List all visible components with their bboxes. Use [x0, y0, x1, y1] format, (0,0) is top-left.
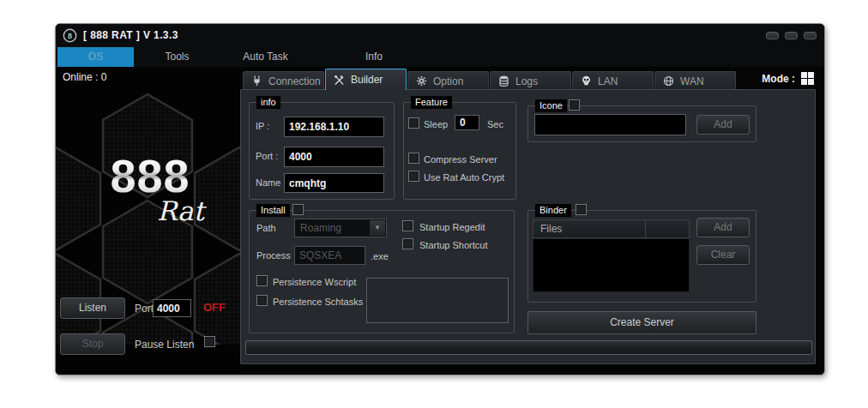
menu-item-os[interactable]: OS: [57, 47, 134, 67]
install-group-title: Install: [256, 204, 290, 217]
builder-panel: info IP : Port : Name : Feature Sleep Se…: [240, 89, 816, 364]
windows-icon[interactable]: [801, 72, 814, 85]
listen-status-badge: OFF: [203, 301, 226, 314]
globe-icon: [663, 75, 674, 87]
install-enable-checkbox[interactable]: [292, 204, 304, 215]
build-progress-bar: [245, 340, 812, 355]
install-info-box: [366, 278, 509, 323]
logo-rat: Rat: [157, 195, 204, 226]
online-count-label: Online : 0: [63, 71, 106, 83]
icon-path-input[interactable]: [534, 114, 686, 135]
ip-input[interactable]: [284, 117, 384, 137]
binder-group: Binder Files Add Clear: [527, 210, 756, 303]
startup-regedit-checkbox[interactable]: [402, 220, 413, 231]
left-panel: Online : 0: [56, 67, 240, 375]
tab-option[interactable]: Option: [407, 71, 489, 90]
tab-label: Builder: [351, 74, 383, 86]
binder-clear-button[interactable]: Clear: [696, 245, 750, 265]
sleep-seconds-input[interactable]: [455, 115, 479, 130]
listen-port-input[interactable]: [153, 299, 191, 317]
persistence-schtasks-checkbox[interactable]: [256, 295, 268, 306]
port-label: Port: [135, 303, 154, 315]
auto-crypt-checkbox[interactable]: [408, 171, 419, 182]
chevron-down-icon[interactable]: ▼: [370, 220, 385, 236]
binder-files-list[interactable]: [533, 238, 690, 292]
menu-bar: OS Tools Auto Task Info: [56, 47, 824, 67]
window-title: [ 888 RAT ] V 1.3.3: [83, 29, 178, 41]
close-button[interactable]: [804, 32, 817, 39]
menu-item-tools[interactable]: Tools: [134, 47, 220, 67]
plug-icon: [251, 75, 262, 87]
create-server-button[interactable]: Create Server: [527, 311, 756, 334]
screenshot-canvas: 8 [ 888 RAT ] V 1.3.3 OS Tools Auto Task…: [0, 0, 868, 408]
binder-files-header: Files: [533, 219, 690, 238]
skull-icon: [581, 75, 592, 87]
port-input[interactable]: [284, 147, 384, 167]
binder-add-button[interactable]: Add: [696, 218, 750, 237]
listen-button[interactable]: Listen: [60, 297, 125, 319]
persistence-wscript-checkbox[interactable]: [256, 275, 268, 286]
tab-label: Option: [433, 75, 463, 87]
logo-888: 888: [90, 153, 210, 199]
tab-logs[interactable]: Logs: [490, 71, 571, 90]
icone-group-title: Icone: [535, 99, 567, 112]
info-group: info IP : Port : Name :: [249, 102, 395, 200]
process-label: Process: [256, 250, 291, 261]
feature-group-title: Feature: [411, 96, 452, 109]
startup-shortcut-checkbox[interactable]: [402, 238, 413, 249]
icone-group: Icone Add: [527, 105, 756, 142]
mode-selector: Mode :: [762, 72, 814, 85]
database-icon: [498, 75, 509, 87]
tab-builder[interactable]: Builder: [325, 69, 407, 90]
feature-group: Feature Sleep Sec Compress Server Use Ra…: [403, 102, 516, 200]
tab-label: Logs: [515, 75, 538, 87]
menu-item-auto-task[interactable]: Auto Task: [220, 47, 310, 67]
icone-enable-checkbox[interactable]: [569, 99, 580, 111]
install-path-value: Roaming: [300, 222, 341, 234]
sleep-unit-label: Sec: [487, 119, 503, 129]
tab-lan[interactable]: LAN: [572, 71, 654, 90]
persistence-schtasks-label: Persistence Schtasks: [273, 297, 363, 307]
sleep-checkbox[interactable]: [408, 117, 419, 129]
install-group: Install Path Roaming ▼ Process .exe Star…: [249, 210, 515, 333]
name-input[interactable]: [284, 173, 384, 193]
window-controls: [766, 32, 817, 39]
port-label: Port :: [256, 151, 278, 161]
maximize-button[interactable]: [785, 32, 798, 39]
persistence-wscript-label: Persistence Wscript: [273, 277, 356, 287]
process-ext-label: .exe: [371, 251, 389, 261]
path-label: Path: [256, 223, 276, 233]
install-path-dropdown[interactable]: Roaming ▼: [294, 219, 387, 237]
svg-text:8: 8: [68, 32, 72, 40]
app-icon: 8: [63, 28, 77, 43]
mode-label: Mode :: [762, 73, 795, 85]
gear-icon: [416, 75, 427, 87]
tab-wan[interactable]: WAN: [654, 71, 736, 90]
menu-item-info[interactable]: Info: [310, 47, 437, 67]
stop-button[interactable]: Stop: [60, 333, 125, 355]
startup-shortcut-label: Startup Shortcut: [419, 240, 488, 250]
main-content: Online : 0: [56, 67, 824, 375]
title-bar: 8 [ 888 RAT ] V 1.3.3: [56, 24, 824, 47]
icon-add-button[interactable]: Add: [696, 115, 750, 135]
app-window: 8 [ 888 RAT ] V 1.3.3 OS Tools Auto Task…: [55, 23, 825, 375]
tab-label: WAN: [680, 75, 704, 87]
tab-label: Connection: [268, 75, 321, 87]
binder-enable-checkbox[interactable]: [576, 204, 587, 215]
tab-connection[interactable]: Connection: [243, 71, 324, 90]
minimize-button[interactable]: [766, 32, 779, 39]
process-name-input[interactable]: [294, 246, 365, 265]
pause-listen-label: Pause Listen: [135, 339, 194, 351]
name-label: Name :: [256, 177, 286, 188]
files-column-header[interactable]: Files: [533, 220, 646, 237]
auto-crypt-label: Use Rat Auto Crypt: [424, 172, 504, 183]
compress-server-label: Compress Server: [424, 154, 497, 165]
tab-label: LAN: [598, 75, 618, 87]
info-group-title: info: [256, 96, 280, 109]
pause-listen-checkbox[interactable]: [204, 336, 215, 347]
tab-strip: Connection Builder: [240, 67, 824, 90]
tools-icon: [334, 75, 345, 86]
binder-group-title: Binder: [535, 204, 571, 217]
compress-server-checkbox[interactable]: [408, 153, 419, 164]
sleep-label: Sleep: [424, 119, 448, 129]
